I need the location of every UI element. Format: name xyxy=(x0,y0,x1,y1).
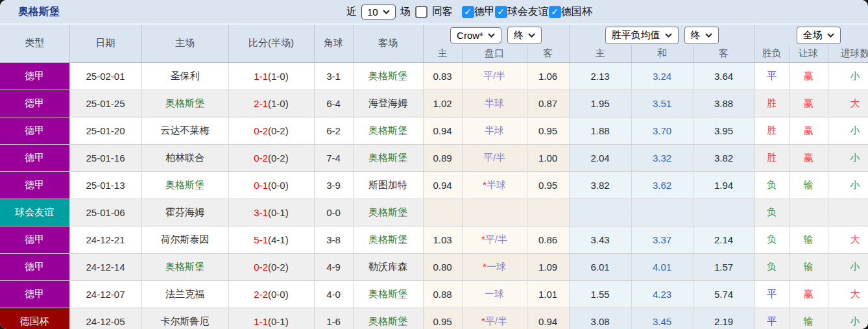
match-date: 25-01-25 xyxy=(69,90,141,117)
col-header-date: 日期 xyxy=(69,25,141,62)
competition-badge: 德甲 xyxy=(0,226,69,253)
handicap-result-badge: 输 xyxy=(789,253,828,280)
subcol-result: 胜负 xyxy=(754,45,789,62)
same-opponent-label: 同客 xyxy=(432,5,453,19)
home-team: 奥格斯堡 xyxy=(141,90,228,117)
handicap-odds-away: 1.00 xyxy=(527,144,569,171)
table-row: 德甲 25-01-20 云达不莱梅 0-2(0-2) 6-2 奥格斯堡 0.94… xyxy=(0,117,868,144)
corners: 1-6 xyxy=(314,308,353,329)
handicap-line xyxy=(462,199,527,226)
corners: 3-8 xyxy=(314,226,353,253)
avg-type-select[interactable]: 胜平负均值 xyxy=(605,27,679,44)
scope-select[interactable]: 全场 xyxy=(797,27,841,44)
chevron-down-icon xyxy=(827,33,834,38)
result-badge: 平 xyxy=(754,280,789,308)
same-opponent-checkbox[interactable] xyxy=(415,6,428,18)
corners: 3-1 xyxy=(314,62,353,90)
competition-badge: 德甲 xyxy=(0,62,69,90)
table-row: 德国杯 24-12-05 卡尔斯鲁厄 1-1(0-1) 1-6 奥格斯堡 0.9… xyxy=(0,308,868,329)
check-icon: ✓ xyxy=(497,7,505,16)
col-header-score: 比分(半场) xyxy=(228,25,314,62)
result-badge: 平 xyxy=(754,62,789,90)
page-title: 奥格斯堡 xyxy=(18,5,60,19)
goals-result-badge: 小 xyxy=(828,117,868,144)
avg-win-odds xyxy=(569,199,631,226)
match-count-select[interactable]: 10 xyxy=(361,5,396,19)
match-history-panel: 奥格斯堡 近 10 场 同客 ✓ 德甲 ✓ 球会友谊 ✓ 德国杯 xyxy=(0,0,868,329)
avg-time-select[interactable]: 终 xyxy=(684,27,719,44)
handicap-odds-away: 1.01 xyxy=(527,280,569,308)
handicap-line: 半球 xyxy=(462,90,527,117)
table-row: 德甲 25-01-16 柏林联合 0-2(0-2) 7-4 奥格斯堡 0.89 … xyxy=(0,144,868,171)
corners: 7-4 xyxy=(314,144,353,171)
avg-lose-odds: 3.64 xyxy=(693,62,754,90)
odds-time-select[interactable]: 终 xyxy=(507,27,542,44)
league-german-cup-checkbox[interactable]: ✓ xyxy=(549,6,561,18)
subcol-avg-draw: 和 xyxy=(631,45,693,62)
match-date: 24-12-14 xyxy=(69,253,141,280)
subcol-avg-win: 主 xyxy=(569,45,631,62)
score-cell: 0-2(0-2) xyxy=(228,253,314,280)
halftime-score: (0-2) xyxy=(268,262,289,273)
handicap-odds-home: 1.02 xyxy=(423,90,462,117)
competition-badge: 德甲 xyxy=(0,171,69,199)
away-team: 奥格斯堡 xyxy=(353,226,423,253)
avg-draw-odds: 3.37 xyxy=(631,226,693,253)
handicap-line: 平/半 xyxy=(462,144,527,171)
score-cell: 3-1(0-1) xyxy=(228,199,314,226)
match-date: 25-02-01 xyxy=(69,62,141,90)
avg-lose-odds: 5.74 xyxy=(693,280,754,308)
goals-result-badge: 小 xyxy=(828,253,868,280)
avg-win-odds: 1.55 xyxy=(569,280,631,308)
fulltime-score: 0-2 xyxy=(254,262,268,273)
handicap-odds-away: 0.87 xyxy=(527,90,569,117)
avg-win-odds: 1.95 xyxy=(569,90,631,117)
halftime-score: (4-1) xyxy=(268,234,289,245)
handicap-line: *平/半 xyxy=(462,226,527,253)
league-bundesliga-checkbox[interactable]: ✓ xyxy=(462,6,474,18)
avg-win-odds: 6.01 xyxy=(569,253,631,280)
match-date: 25-01-13 xyxy=(69,171,141,199)
goals-result-badge: 大 xyxy=(828,226,868,253)
avg-win-odds: 1.88 xyxy=(569,117,631,144)
goals-result-badge: 大 xyxy=(828,280,868,308)
corners: 0-0 xyxy=(314,199,353,226)
bookmaker-select[interactable]: Crow* xyxy=(450,27,501,43)
avg-draw-odds: 3.24 xyxy=(631,62,693,90)
table-row: 德甲 25-01-13 奥格斯堡 0-1(0-0) 3-9 斯图加特 0.94 … xyxy=(0,171,868,199)
handicap-odds-home: 0.94 xyxy=(423,171,462,199)
match-date: 24-12-21 xyxy=(69,226,141,253)
handicap-result-badge xyxy=(789,199,828,226)
fulltime-score: 2-1 xyxy=(254,98,268,109)
avg-draw-odds: 3.62 xyxy=(631,171,693,199)
league-friendly-checkbox[interactable]: ✓ xyxy=(495,6,507,18)
halftime-score: (0-1) xyxy=(268,316,289,327)
home-team: 卡尔斯鲁厄 xyxy=(141,308,228,329)
score-cell: 5-1(4-1) xyxy=(228,226,314,253)
fulltime-score: 0-2 xyxy=(254,152,268,164)
match-date: 25-01-16 xyxy=(69,144,141,171)
corners: 4-0 xyxy=(314,280,353,308)
result-badge: 平 xyxy=(754,308,789,329)
score-cell: 1-1(1-0) xyxy=(228,62,314,90)
handicap-odds-home xyxy=(423,199,462,226)
fulltime-score: 5-1 xyxy=(254,234,268,245)
chevron-down-icon xyxy=(383,10,390,14)
goals-result-badge xyxy=(828,199,868,226)
top-bar: 奥格斯堡 近 10 场 同客 ✓ 德甲 ✓ 球会友谊 ✓ 德国杯 xyxy=(0,0,868,25)
handicap-result-badge: 赢 xyxy=(789,117,828,144)
league-german-cup-label: 德国杯 xyxy=(561,5,592,19)
score-cell: 0-1(0-0) xyxy=(228,171,314,199)
subcol-odds-home: 主 xyxy=(423,45,462,62)
score-cell: 0-2(0-2) xyxy=(228,117,314,144)
handicap-result-badge: 输 xyxy=(789,226,828,253)
handicap-odds-home: 0.83 xyxy=(423,62,462,90)
competition-badge: 德甲 xyxy=(0,253,69,280)
avg-lose-odds: 3.95 xyxy=(693,117,754,144)
result-badge: 胜 xyxy=(754,144,789,171)
table-row: 球会友谊 25-01-06 霍芬海姆 3-1(0-1) 0-0 奥格斯堡 负 xyxy=(0,199,868,226)
handicap-odds-home: 0.88 xyxy=(423,280,462,308)
avg-win-odds: 2.04 xyxy=(569,144,631,171)
match-date: 25-01-06 xyxy=(69,199,141,226)
goals-result-badge: 小 xyxy=(828,308,868,329)
